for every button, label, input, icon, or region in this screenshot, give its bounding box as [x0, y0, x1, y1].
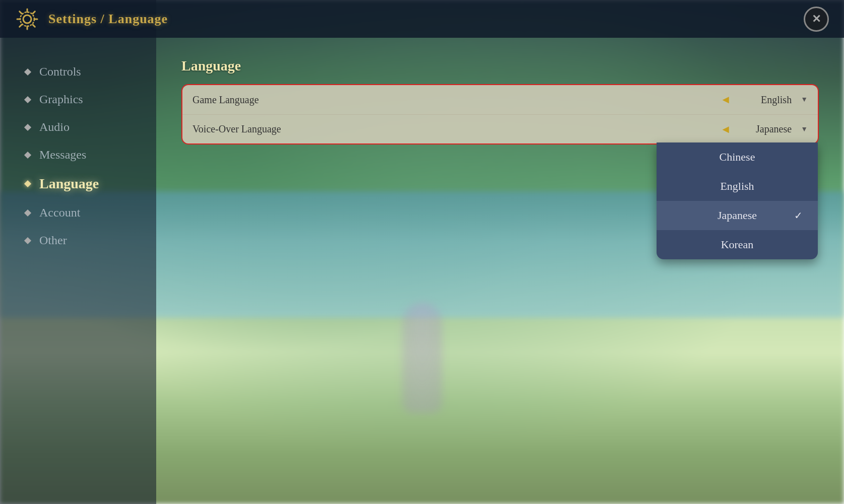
sidebar-label-controls: Controls [39, 65, 81, 79]
diamond-icon-active [24, 180, 31, 187]
sidebar-label-other: Other [39, 234, 67, 247]
main-content: Language Game Language ◄ English ▼ Voice… [156, 38, 844, 504]
sidebar-item-account[interactable]: Account [0, 199, 156, 227]
section-title: Language [181, 58, 819, 74]
voice-over-language-left-arrow[interactable]: ◄ [720, 123, 731, 136]
sidebar-label-language: Language [39, 176, 99, 192]
sidebar-item-other[interactable]: Other [0, 227, 156, 254]
game-language-value: English [741, 94, 792, 106]
game-language-row: Game Language ◄ English ▼ [182, 85, 818, 114]
voice-over-language-value: Japanese [741, 123, 792, 135]
sidebar-label-account: Account [39, 206, 80, 220]
voice-over-language-label: Voice-Over Language [192, 123, 720, 135]
dropdown-item-japanese[interactable]: Japanese ✓ [657, 201, 818, 230]
sidebar-label-messages: Messages [39, 148, 86, 162]
close-button[interactable]: ✕ [804, 7, 829, 32]
sidebar-item-language[interactable]: Language [0, 169, 156, 199]
sidebar-label-audio: Audio [39, 120, 70, 134]
diamond-icon [24, 68, 31, 75]
voice-over-language-row: Voice-Over Language ◄ Japanese ▼ Chinese… [182, 114, 818, 143]
game-language-left-arrow[interactable]: ◄ [720, 93, 731, 106]
gear-icon [15, 7, 39, 31]
dropdown-item-chinese[interactable]: Chinese [657, 142, 818, 172]
settings-panel: Game Language ◄ English ▼ Voice-Over Lan… [181, 84, 819, 145]
diamond-icon [24, 123, 31, 130]
diamond-icon [24, 151, 31, 158]
sidebar-item-messages[interactable]: Messages [0, 141, 156, 169]
header-title: Settings / Language [48, 12, 168, 27]
svg-point-1 [20, 12, 34, 26]
close-icon: ✕ [812, 13, 821, 26]
dropdown-item-english[interactable]: English [657, 172, 818, 201]
game-language-label: Game Language [192, 94, 720, 106]
sidebar-label-graphics: Graphics [39, 93, 83, 106]
game-language-dropdown-arrow[interactable]: ▼ [801, 96, 808, 104]
sidebar-item-controls[interactable]: Controls [0, 58, 156, 86]
voice-over-language-dropdown: Chinese English Japanese ✓ Korean [657, 142, 818, 259]
check-mark-icon: ✓ [794, 209, 803, 222]
sidebar-item-graphics[interactable]: Graphics [0, 86, 156, 113]
diamond-icon [24, 237, 31, 244]
diamond-icon [24, 96, 31, 103]
sidebar-item-audio[interactable]: Audio [0, 113, 156, 141]
header: Settings / Language ✕ [0, 0, 844, 38]
sidebar: Controls Graphics Audio Messages Languag… [0, 38, 156, 504]
voice-over-language-dropdown-arrow[interactable]: ▼ [801, 125, 808, 133]
svg-point-0 [23, 15, 31, 23]
diamond-icon [24, 209, 31, 216]
dropdown-item-korean[interactable]: Korean [657, 230, 818, 259]
